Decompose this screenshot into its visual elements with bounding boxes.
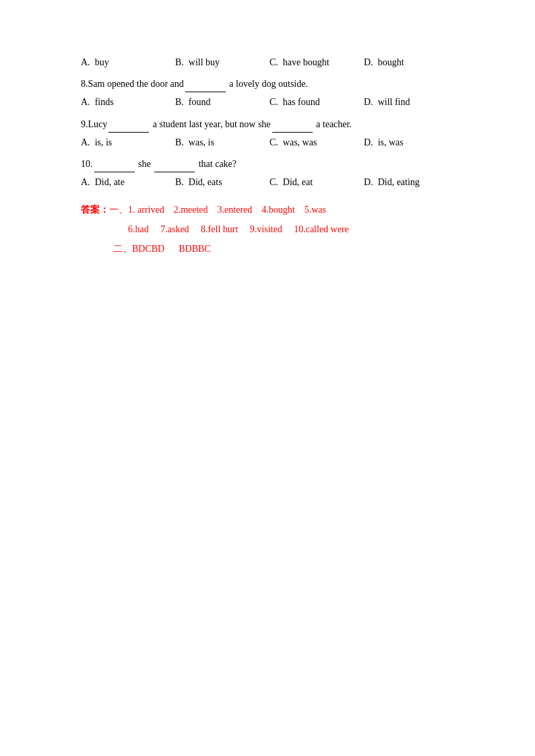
- answer-line-3: 二、 BDCBD BDBBC: [81, 240, 454, 259]
- q7-option-a: A. buy: [81, 54, 175, 71]
- q8-question: 8.Sam opened the door and a lovely dog o…: [81, 75, 454, 92]
- q7-options-row: A. buy B. will buy C. have bought D. bou…: [81, 54, 454, 71]
- q8-option-d: D. will find: [364, 94, 458, 110]
- q8-option-c: C. has found: [270, 94, 364, 110]
- q9-option-a: A. is, is: [81, 134, 175, 151]
- q7-option-d: D. bought: [364, 54, 458, 71]
- q9-blank2: [272, 115, 313, 133]
- q8-option-b: B. found: [175, 94, 270, 110]
- q8-options-row: A. finds B. found C. has found D. will f…: [81, 94, 454, 110]
- q9-options-row: A. is, is B. was, is C. was, was D. is, …: [81, 134, 454, 151]
- q9-question: 9.Lucy a student last year, but now she …: [81, 115, 454, 133]
- answer-label: 答案：: [81, 201, 109, 219]
- answer-section: 答案： 一、 1. arrived 2.meeted 3.entered 4.b…: [81, 201, 454, 258]
- q9-option-b: B. was, is: [175, 134, 270, 151]
- q10-option-b: B. Did, eats: [175, 174, 270, 191]
- answer-section1-label: 一、: [109, 201, 128, 219]
- q7-option-b: B. will buy: [175, 54, 270, 71]
- q8-blank: [185, 75, 226, 92]
- answer-items-row1: 1. arrived 2.meeted 3.entered 4.bought 5…: [128, 201, 326, 219]
- q10-blank1: [94, 155, 135, 172]
- answer-line-2: 6.had 7.asked 8.fell hurt 9.visited 10.c…: [81, 221, 454, 239]
- q7-option-c: C. have bought: [270, 54, 364, 71]
- q9-option-c: C. was, was: [270, 134, 364, 151]
- q8-option-a: A. finds: [81, 94, 175, 110]
- answer-section2-label: 二、: [113, 240, 132, 259]
- q9-blank1: [108, 115, 149, 133]
- q10-options-row: A. Did, ate B. Did, eats C. Did, eat D. …: [81, 174, 454, 191]
- q10-question: 10. she that cake?: [81, 155, 454, 172]
- q10-blank2: [154, 155, 195, 172]
- answer-line-1: 答案： 一、 1. arrived 2.meeted 3.entered 4.b…: [81, 201, 454, 219]
- q9-option-d: D. is, was: [364, 134, 458, 151]
- answer-items-row2: 6.had 7.asked 8.fell hurt 9.visited 10.c…: [128, 221, 349, 239]
- q10-option-a: A. Did, ate: [81, 174, 175, 191]
- q10-option-c: C. Did, eat: [270, 174, 364, 191]
- q10-option-d: D. Did, eating: [364, 174, 458, 191]
